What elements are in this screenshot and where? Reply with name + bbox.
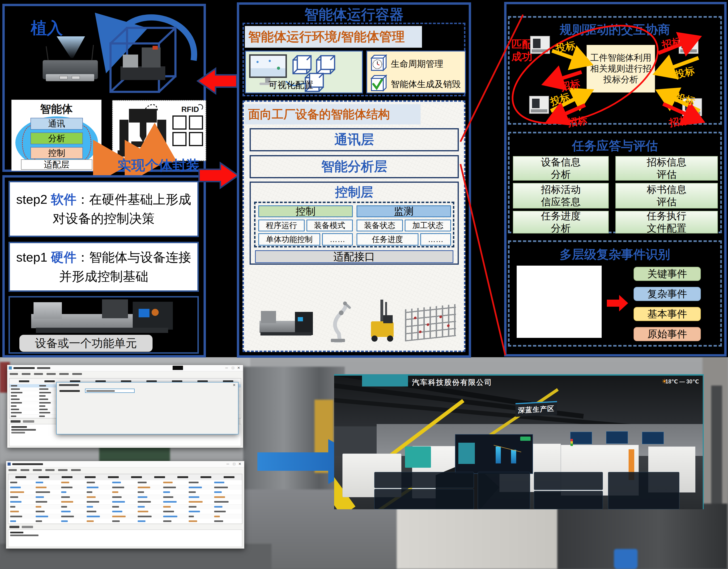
minimize-button[interactable]: ─ bbox=[226, 462, 229, 466]
dt-ceiling-icons bbox=[452, 388, 665, 408]
cell-text bbox=[36, 511, 45, 512]
implant-label: 植入 bbox=[31, 17, 63, 39]
menu-item[interactable] bbox=[71, 469, 81, 471]
table-row[interactable] bbox=[8, 490, 242, 495]
column-header[interactable] bbox=[200, 476, 211, 478]
window2-tab-2[interactable] bbox=[22, 526, 33, 528]
monitor-screen bbox=[249, 54, 287, 78]
menu-item[interactable] bbox=[21, 469, 29, 471]
cell-text bbox=[39, 385, 46, 386]
menu-item[interactable] bbox=[22, 373, 30, 375]
menu-item[interactable] bbox=[58, 469, 68, 471]
cell-text bbox=[87, 516, 100, 517]
column-header[interactable] bbox=[131, 476, 142, 478]
input-text bbox=[86, 390, 115, 392]
cell-text bbox=[163, 491, 170, 493]
cell-text bbox=[87, 491, 92, 493]
cell-text bbox=[61, 482, 69, 483]
cell-text bbox=[189, 511, 200, 512]
table-header bbox=[8, 474, 242, 480]
cell-text bbox=[11, 392, 22, 393]
cell-text bbox=[189, 491, 196, 493]
menu-item[interactable] bbox=[47, 373, 56, 375]
dialog-search-input[interactable] bbox=[85, 389, 135, 393]
cell-text bbox=[11, 388, 20, 390]
menu-item[interactable] bbox=[72, 373, 82, 375]
antenna bbox=[91, 45, 94, 61]
window1-titlebar[interactable]: ─ □ ✕ bbox=[7, 365, 243, 371]
cell-text bbox=[112, 516, 126, 517]
machine-cube-icon bbox=[106, 25, 179, 96]
table-row[interactable] bbox=[8, 514, 242, 519]
table-row[interactable] bbox=[8, 500, 242, 505]
window2-tab-1[interactable] bbox=[9, 526, 19, 528]
minimize-button[interactable]: ─ bbox=[225, 366, 228, 370]
cell-text bbox=[87, 482, 95, 483]
column-header[interactable] bbox=[62, 476, 72, 478]
photo-blue-bucket bbox=[614, 549, 638, 569]
equip-rack-thumb bbox=[405, 304, 456, 342]
cnc-photo bbox=[31, 299, 178, 335]
dialog-field[interactable] bbox=[59, 396, 102, 400]
cell-text bbox=[112, 506, 119, 508]
cell-text bbox=[36, 520, 42, 522]
cell-text bbox=[112, 520, 120, 522]
cab bbox=[383, 315, 393, 323]
software-window-2: ─ □ ✕ bbox=[6, 461, 244, 549]
column-header[interactable] bbox=[108, 476, 119, 478]
table-row[interactable] bbox=[8, 509, 242, 514]
maximize-button[interactable]: □ bbox=[233, 462, 235, 466]
cnc-base bbox=[36, 328, 168, 333]
cell-text bbox=[61, 511, 71, 512]
agent-title: 智能体 bbox=[12, 102, 101, 116]
dt-gauges-panel-bottom bbox=[534, 491, 603, 509]
step2-keyword: 软件 bbox=[51, 192, 77, 206]
runtime-env-box: 智能体运行环境/智能体管理 可视化配置 bbox=[243, 23, 465, 96]
column-header[interactable] bbox=[85, 476, 96, 478]
menu-item[interactable] bbox=[10, 373, 18, 375]
table-row[interactable] bbox=[8, 519, 242, 524]
cell-text bbox=[138, 496, 147, 498]
light-beam bbox=[57, 36, 85, 58]
cell-text bbox=[11, 409, 19, 410]
window2-table[interactable] bbox=[8, 474, 242, 524]
window2-menubar[interactable] bbox=[8, 468, 149, 472]
cell-text bbox=[163, 506, 171, 508]
menu-item[interactable] bbox=[9, 469, 17, 471]
cnc-headstock bbox=[34, 302, 62, 319]
maximize-button[interactable]: □ bbox=[232, 366, 234, 370]
cell-single-function: 单体功能控制 bbox=[258, 233, 320, 246]
close-button[interactable]: ✕ bbox=[237, 366, 240, 370]
pc-port bbox=[60, 76, 68, 79]
column-header[interactable] bbox=[177, 476, 188, 478]
event-label-complex: 复杂事件 bbox=[634, 287, 701, 301]
menu-item[interactable] bbox=[34, 373, 43, 375]
cell-text bbox=[138, 520, 145, 522]
dialog-close-button[interactable]: ✕ bbox=[233, 383, 236, 387]
menu-item[interactable] bbox=[59, 373, 69, 375]
menu-item[interactable] bbox=[45, 469, 55, 471]
cell-text bbox=[189, 520, 197, 522]
column-header[interactable] bbox=[15, 476, 26, 478]
column-header[interactable] bbox=[19, 380, 29, 382]
cell-text bbox=[163, 520, 171, 522]
window1-menubar[interactable] bbox=[9, 372, 150, 376]
column-header[interactable] bbox=[224, 476, 234, 478]
window1-tab-2[interactable] bbox=[23, 420, 34, 423]
column-header[interactable] bbox=[38, 476, 49, 478]
table-row[interactable] bbox=[8, 485, 242, 490]
rfid-label: RFID bbox=[181, 105, 199, 114]
column-header[interactable] bbox=[44, 380, 55, 382]
window2-titlebar[interactable]: ─ □ ✕ bbox=[6, 461, 244, 467]
column-header[interactable] bbox=[154, 476, 165, 478]
table-row[interactable] bbox=[8, 495, 242, 500]
menu-item[interactable] bbox=[33, 469, 42, 471]
table-row[interactable] bbox=[8, 505, 242, 510]
cell-text bbox=[10, 487, 21, 488]
close-button[interactable]: ✕ bbox=[238, 462, 241, 466]
arrow-to-right bbox=[199, 163, 238, 188]
cnc-base bbox=[260, 332, 311, 335]
cell-text bbox=[11, 399, 20, 400]
table-row[interactable] bbox=[8, 480, 242, 485]
window1-tab-1[interactable] bbox=[11, 420, 21, 423]
